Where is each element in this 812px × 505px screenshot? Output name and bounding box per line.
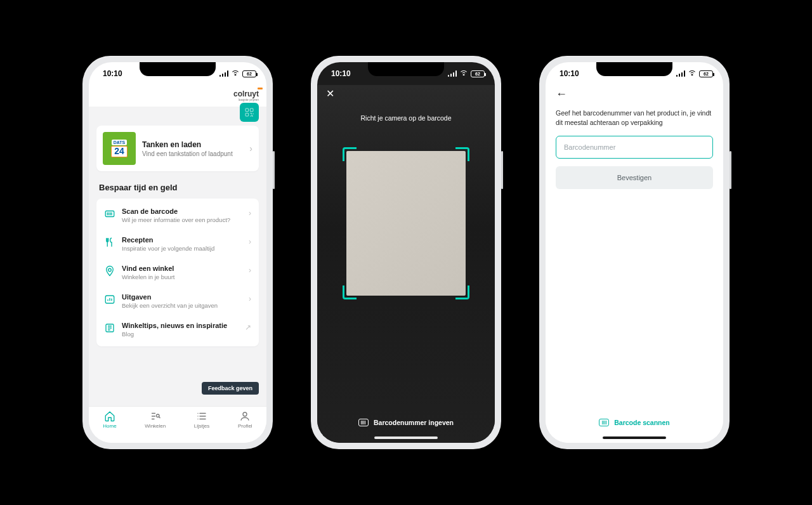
tab-lists[interactable]: Lijstjes: [194, 410, 209, 429]
phone-mockup-barcode-entry: 10:10 62 ← Geef het barcodenummer van he…: [539, 56, 730, 449]
list-title: Vind een winkel: [122, 265, 242, 272]
camera-preview: [346, 151, 466, 296]
svg-rect-3: [105, 211, 114, 217]
shortcuts-list: Scan de barcode Wil je meer informatie o…: [96, 199, 259, 346]
svg-point-8: [243, 412, 247, 416]
barcode-input[interactable]: Barcodenummer: [556, 136, 713, 159]
tab-label: Winkelen: [145, 423, 166, 429]
input-placeholder: Barcodenummer: [564, 143, 615, 151]
status-time: 10:10: [560, 69, 579, 78]
tab-label: Lijstjes: [194, 423, 209, 429]
status-time: 10:10: [103, 69, 122, 78]
scanner-instruction: Richt je camera op de barcode: [361, 114, 452, 122]
qr-scan-button[interactable]: [240, 103, 259, 122]
device-notch: [368, 62, 444, 76]
list-item-expenses[interactable]: Uitgaven Bekijk een overzicht van je uit…: [96, 287, 259, 315]
bottom-action-label: Barcodenummer ingeven: [374, 419, 454, 426]
scan-corner-icon: [343, 147, 357, 161]
list-item-scan[interactable]: Scan de barcode Wil je meer informatie o…: [96, 201, 259, 230]
tab-home[interactable]: Home: [103, 410, 116, 429]
list-title: Scan de barcode: [122, 207, 242, 215]
list-title: Recepten: [122, 236, 242, 244]
form-instruction: Geef het barcodenummer van het product i…: [556, 108, 713, 127]
hero-subtitle: Vind een tankstation of laadpunt: [142, 150, 243, 157]
brand-logo: colruyt: [233, 89, 259, 98]
wifi-icon: [459, 70, 468, 77]
signal-icon: [219, 70, 229, 77]
signal-icon: [448, 70, 457, 77]
list-item-findstore[interactable]: Vind een winkel Winkelen in je buurt ›: [96, 258, 259, 287]
list-subtitle: Blog: [122, 331, 239, 338]
wifi-icon: [231, 70, 240, 77]
scan-corner-icon: [455, 285, 469, 299]
back-button[interactable]: ←: [556, 88, 567, 101]
home-icon: [104, 410, 115, 422]
tab-label: Home: [103, 423, 116, 429]
wifi-icon: [688, 70, 697, 77]
chevron-right-icon: ›: [249, 266, 251, 275]
chevron-right-icon: ›: [249, 143, 252, 154]
phone-mockup-scanner: 10:10 62 ✕ Richt je camera op de barcode…: [311, 56, 501, 449]
search-list-icon: [150, 410, 161, 422]
list-subtitle: Bekijk een overzicht van je uitgaven: [122, 302, 242, 309]
hero-title: Tanken en laden: [142, 140, 243, 149]
app-header: colruyt laagste prijzen: [89, 85, 266, 107]
scan-viewport: [343, 147, 469, 299]
list-subtitle: Inspiratie voor je volgende maaltijd: [122, 245, 242, 252]
hero-card-fuel[interactable]: DATS 24 Tanken en laden Vind een tanksta…: [96, 126, 259, 171]
close-button[interactable]: ✕: [326, 88, 334, 100]
tab-bar: Home Winkelen Lijstjes Profiel: [89, 406, 266, 443]
section-heading: Bespaar tijd en geld: [89, 180, 266, 199]
tab-shopping[interactable]: Winkelen: [145, 410, 166, 429]
tab-label: Profiel: [238, 423, 252, 429]
list-item-blog[interactable]: Winkeltips, nieuws en inspiratie Blog ↗: [96, 315, 259, 344]
signal-icon: [676, 70, 686, 77]
list-icon: [196, 410, 207, 422]
list-subtitle: Winkelen in je buurt: [122, 273, 242, 280]
confirm-label: Bevestigen: [617, 174, 652, 181]
battery-icon: 62: [242, 70, 256, 77]
list-title: Uitgaven: [122, 293, 242, 301]
location-icon: [104, 265, 115, 277]
barcode-icon: [358, 419, 369, 426]
device-notch: [596, 62, 672, 76]
chevron-right-icon: ›: [249, 209, 251, 218]
tab-profile[interactable]: Profiel: [238, 410, 252, 429]
enter-barcode-button[interactable]: Barcodenummer ingeven: [317, 419, 495, 426]
news-icon: [104, 322, 115, 334]
dats24-logo: DATS 24: [103, 132, 136, 165]
phone-mockup-home: 10:10 62 colruyt laagste prijzen DATS: [82, 56, 273, 449]
utensils-icon: [104, 237, 115, 248]
status-time: 10:10: [331, 69, 351, 78]
scan-corner-icon: [455, 147, 469, 161]
barcode-icon: [104, 208, 115, 220]
chart-icon: [104, 294, 115, 305]
svg-rect-1: [250, 108, 253, 112]
barcode-icon: [599, 419, 609, 426]
bottom-action-label: Barcode scannen: [614, 419, 670, 426]
scan-barcode-button[interactable]: Barcode scannen: [546, 419, 723, 426]
battery-icon: 62: [471, 70, 485, 77]
confirm-button[interactable]: Bevestigen: [556, 166, 713, 189]
device-notch: [140, 62, 216, 76]
list-subtitle: Wil je meer informatie over een product?: [122, 216, 242, 223]
svg-point-4: [108, 268, 112, 272]
profile-icon: [239, 410, 251, 422]
chevron-right-icon: ›: [249, 237, 251, 246]
list-title: Winkeltips, nieuws en inspiratie: [122, 322, 239, 329]
qr-icon: [244, 107, 254, 117]
list-item-recipes[interactable]: Recepten Inspiratie voor je volgende maa…: [96, 230, 259, 258]
scan-corner-icon: [343, 285, 357, 299]
svg-rect-2: [246, 113, 249, 116]
battery-icon: 62: [699, 70, 713, 77]
home-indicator: [603, 436, 666, 439]
svg-rect-0: [246, 108, 249, 112]
chevron-right-icon: ›: [249, 294, 251, 303]
external-link-icon: ↗: [245, 323, 251, 332]
home-indicator: [374, 436, 438, 439]
feedback-button[interactable]: Feedback geven: [202, 382, 259, 395]
